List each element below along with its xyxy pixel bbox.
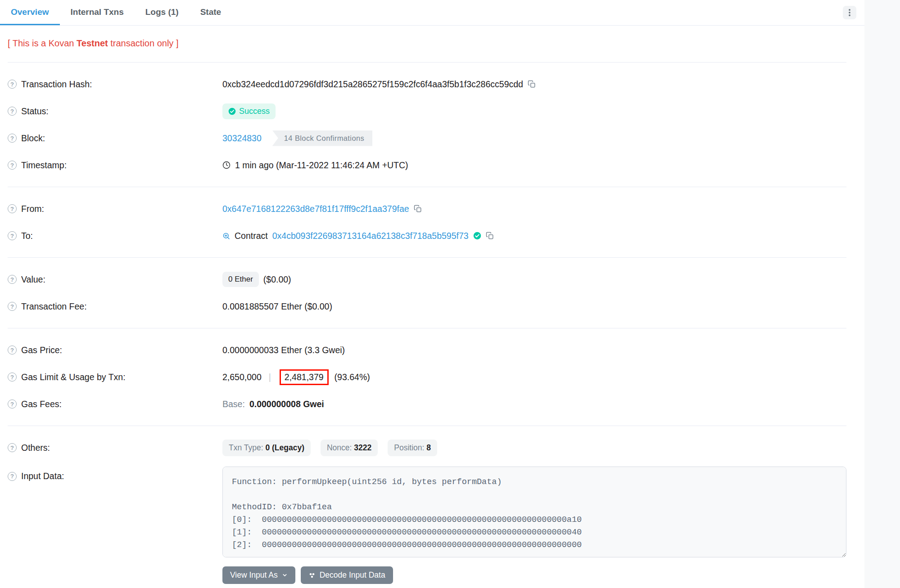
zoom-in-icon[interactable] (222, 232, 230, 240)
value-label-group: ? Value: (8, 274, 222, 285)
nonce-value: 3222 (354, 443, 371, 452)
position-badge: Position: 8 (388, 440, 437, 456)
tab-overview[interactable]: Overview (0, 0, 60, 25)
gas-section: ? Gas Price: 0.0000000033 Ether (3.3 Gwe… (8, 328, 846, 426)
copy-hash-button[interactable] (528, 80, 536, 88)
help-icon[interactable]: ? (8, 443, 17, 452)
tab-bar: Overview Internal Txns Logs (1) State (0, 0, 864, 26)
gas-price-label-group: ? Gas Price: (8, 345, 222, 355)
txn-type-label: Txn Type: (229, 443, 263, 452)
gas-used-percent: (93.64%) (335, 372, 370, 382)
to-label: To: (21, 231, 33, 241)
value-badge: 0 Ether (222, 272, 259, 287)
help-icon[interactable]: ? (8, 373, 17, 382)
summary-section: ? Transaction Hash: 0xcb324eedcd1d07296f… (8, 63, 846, 187)
input-data-row: ? Input Data: Function: performUpkeep(ui… (8, 467, 846, 584)
block-number-link[interactable]: 30324830 (222, 133, 262, 144)
block-row: ? Block: 30324830 14 Block Confirmations (8, 125, 846, 152)
gas-limit-separator: | (266, 372, 274, 382)
help-icon[interactable]: ? (8, 204, 17, 213)
others-section: ? Others: Txn Type: 0 (Legacy) Nonce: 32… (8, 426, 846, 588)
tabs: Overview Internal Txns Logs (1) State (0, 0, 232, 25)
tab-logs[interactable]: Logs (1) (135, 0, 190, 25)
help-icon[interactable]: ? (8, 134, 17, 143)
transaction-fee-value: 0.0081885507 Ether ($0.00) (222, 301, 332, 312)
input-data-textarea[interactable]: Function: performUpkeep(uint256 id, byte… (222, 467, 846, 557)
input-data-actions: View Input As Decode Input Data (222, 566, 846, 584)
from-address-link[interactable]: 0x647e7168122263d8e7f81f17fff9c2f1aa379f… (222, 204, 409, 214)
gas-fees-label: Gas Fees: (21, 399, 62, 409)
check-circle-icon (228, 108, 236, 115)
help-icon[interactable]: ? (8, 107, 17, 116)
more-options-button[interactable] (843, 6, 856, 19)
chevron-down-icon (282, 572, 288, 578)
input-data-label-group: ? Input Data: (8, 467, 222, 481)
gas-fees-label-group: ? Gas Fees: (8, 399, 222, 409)
overview-panel: [ This is a Kovan Testnet transaction on… (0, 26, 864, 588)
clock-icon (222, 161, 231, 169)
parties-section: ? From: 0x647e7168122263d8e7f81f17fff9c2… (8, 187, 846, 258)
gas-fees-base-label: Base: (222, 399, 245, 409)
decode-input-data-button[interactable]: Decode Input Data (301, 566, 393, 584)
nonce-label: Nonce: (327, 443, 352, 452)
input-data-label: Input Data: (21, 471, 64, 481)
gas-price-row: ? Gas Price: 0.0000000033 Ether (3.3 Gwe… (8, 337, 846, 364)
status-badge-text: Success (239, 107, 270, 116)
status-badge: Success (222, 103, 276, 119)
notice-section: [ This is a Kovan Testnet transaction on… (8, 26, 846, 63)
block-label: Block: (21, 133, 45, 144)
notice-bold: Testnet (77, 38, 108, 48)
from-label: From: (21, 204, 44, 214)
verified-check-icon (473, 232, 481, 240)
copy-to-address-button[interactable] (486, 232, 494, 240)
transaction-hash-label: Transaction Hash: (21, 79, 92, 90)
block-confirmations-badge: 14 Block Confirmations (272, 130, 372, 146)
status-row: ? Status: Success (8, 98, 846, 125)
others-row: ? Others: Txn Type: 0 (Legacy) Nonce: 32… (8, 434, 846, 461)
gas-limit-label-group: ? Gas Limit & Usage by Txn: (8, 372, 222, 382)
copy-icon (528, 80, 536, 88)
position-value: 8 (426, 443, 431, 452)
transaction-hash-row: ? Transaction Hash: 0xcb324eedcd1d07296f… (8, 71, 846, 98)
value-section: ? Value: 0 Ether ($0.00) ? Transaction F… (8, 258, 846, 328)
copy-icon (486, 232, 494, 240)
help-icon[interactable]: ? (8, 80, 17, 89)
value-label: Value: (21, 274, 45, 285)
value-usd: ($0.00) (263, 274, 291, 285)
to-address-link[interactable]: 0x4cb093f226983713164a62138c3f718a5b595f… (272, 231, 469, 241)
copy-icon (414, 205, 422, 213)
help-icon[interactable]: ? (8, 302, 17, 311)
help-icon[interactable]: ? (8, 231, 17, 240)
view-input-as-label: View Input As (230, 570, 278, 580)
copy-from-address-button[interactable] (414, 205, 422, 213)
timestamp-value: 1 min ago (Mar-11-2022 11:46:24 AM +UTC) (235, 160, 408, 171)
notice-prefix: [ This is a Kovan (8, 38, 77, 48)
decode-icon (308, 572, 316, 579)
to-label-group: ? To: (8, 231, 222, 241)
timestamp-row: ? Timestamp: 1 min ago (Mar-11-2022 11:4… (8, 152, 846, 179)
transaction-fee-label-group: ? Transaction Fee: (8, 301, 222, 312)
gas-used-value: 2,481,379 (285, 372, 324, 382)
transaction-hash-value: 0xcb324eedcd1d07296fdf3d215a2865275f159c… (222, 79, 523, 90)
to-row: ? To: Contract 0x4cb093f226983713164a621… (8, 222, 846, 249)
transaction-fee-row: ? Transaction Fee: 0.0081885507 Ether ($… (8, 293, 846, 320)
txn-type-badge: Txn Type: 0 (Legacy) (222, 440, 311, 456)
gas-limit-value: 2,650,000 (222, 372, 262, 382)
view-input-as-button[interactable]: View Input As (222, 566, 295, 584)
tab-internal-txns[interactable]: Internal Txns (60, 0, 135, 25)
testnet-notice: [ This is a Kovan Testnet transaction on… (8, 34, 846, 54)
others-label-group: ? Others: (8, 443, 222, 453)
highlight-box: 2,481,379 (280, 369, 329, 385)
transaction-hash-label-group: ? Transaction Hash: (8, 79, 222, 90)
position-label: Position: (394, 443, 424, 452)
help-icon[interactable]: ? (8, 346, 17, 355)
help-icon[interactable]: ? (8, 275, 17, 284)
help-icon[interactable]: ? (8, 399, 17, 408)
notice-suffix: transaction only ] (108, 38, 179, 48)
gas-limit-row: ? Gas Limit & Usage by Txn: 2,650,000 | … (8, 364, 846, 391)
help-icon[interactable]: ? (8, 472, 17, 481)
kebab-icon (846, 9, 853, 17)
transaction-card: Overview Internal Txns Logs (1) State [ … (0, 0, 864, 588)
tab-state[interactable]: State (190, 0, 232, 25)
help-icon[interactable]: ? (8, 161, 17, 170)
